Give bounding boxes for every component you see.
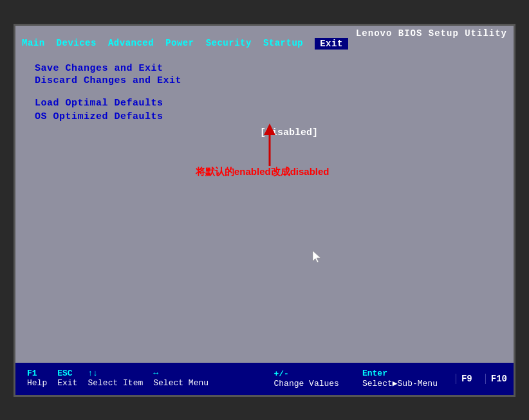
status-bar: F1 Help ESC Exit ↑↓ Select Item ↔ Select… — [15, 363, 514, 395]
nav-ud-cell: ↑↓ Select Item — [82, 367, 148, 390]
f9-label: F9 — [456, 374, 472, 384]
menu-item-advanced[interactable]: Advanced — [108, 38, 154, 50]
menu-item-power[interactable]: Power — [165, 38, 194, 50]
svg-marker-2 — [313, 251, 320, 262]
bios-title: Lenovo BIOS Setup Utility — [356, 28, 507, 39]
enter-desc: Select▶Sub-Menu — [362, 378, 438, 388]
pm-key: +/- — [274, 369, 339, 379]
nav-lr-cell: ↔ Select Menu — [148, 367, 214, 390]
red-arrow-icon — [234, 118, 286, 169]
f1-cell: F1 Help — [22, 367, 52, 390]
pm-desc: Change Values — [274, 379, 339, 388]
menu-item-security[interactable]: Security — [206, 38, 252, 50]
option-discard-changes[interactable]: Discard Changes and Exit — [35, 75, 494, 86]
annotation-text: 将默认的enabled改成disabled — [196, 166, 329, 178]
bios-screen: Lenovo BIOS Setup Utility Main Devices A… — [14, 24, 515, 397]
menu-bar: Lenovo BIOS Setup Utility Main Devices A… — [15, 26, 514, 50]
menu-item-startup[interactable]: Startup — [263, 38, 303, 50]
option-save-changes[interactable]: Save Changes and Exit — [35, 63, 494, 74]
menu-item-main[interactable]: Main — [22, 38, 45, 50]
mouse-cursor-icon — [311, 250, 323, 264]
annotation-group: 将默认的enabled改成disabled — [234, 118, 286, 172]
enter-cell: Enter Select▶Sub-Menu — [357, 367, 443, 390]
nav-ud-key: ↑↓ — [88, 369, 143, 378]
nav-lr-desc: Select Menu — [153, 378, 209, 388]
esc-desc: Exit — [57, 378, 77, 388]
f1-desc: Help — [27, 378, 47, 388]
pm-cell: +/- Change Values — [269, 368, 344, 390]
f10-label: F10 — [485, 374, 507, 384]
esc-cell: ESC Exit — [52, 367, 82, 390]
esc-key: ESC — [57, 369, 77, 378]
sb-right: +/- Change Values Enter Select▶Sub-Menu … — [269, 367, 508, 390]
content-area: Save Changes and Exit Discard Changes an… — [15, 50, 514, 363]
menu-item-devices[interactable]: Devices — [57, 38, 97, 50]
nav-ud-desc: Select Item — [88, 378, 143, 388]
monitor-frame: Lenovo BIOS Setup Utility Main Devices A… — [0, 0, 529, 420]
option-load-defaults[interactable]: Load Optimal Defaults — [35, 98, 494, 109]
f1-key: F1 — [27, 369, 47, 378]
menu-items: Main Devices Advanced Power Security Sta… — [22, 38, 348, 50]
nav-lr-key: ↔ — [153, 369, 209, 378]
status-bar-inner: F1 Help ESC Exit ↑↓ Select Item ↔ Select… — [22, 367, 507, 390]
menu-item-exit[interactable]: Exit — [315, 38, 348, 50]
enter-key: Enter — [362, 369, 438, 378]
